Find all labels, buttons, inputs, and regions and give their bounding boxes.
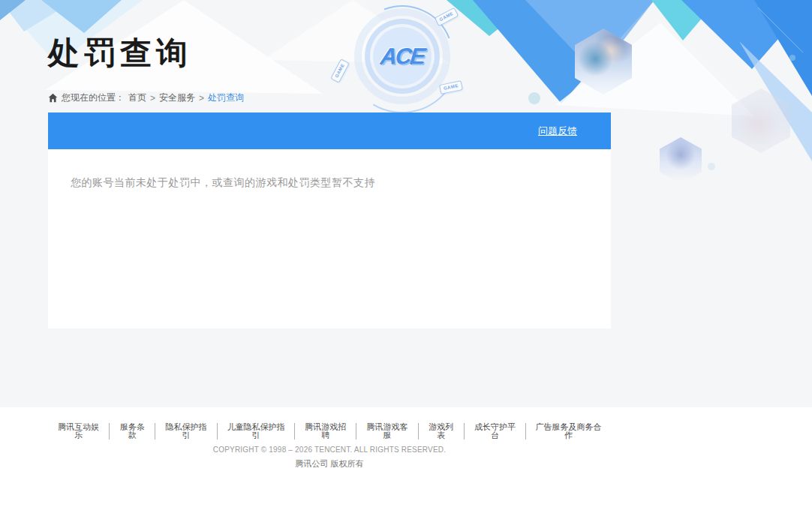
breadcrumb: 您现在的位置： 首页 > 安全服务 > 处罚查询 bbox=[48, 92, 611, 104]
footer-link[interactable]: 腾讯互动娱乐 bbox=[48, 423, 110, 440]
footer-link[interactable]: 成长守护平台 bbox=[465, 423, 526, 440]
footer-link[interactable]: 腾讯游戏招聘 bbox=[295, 423, 356, 440]
breadcrumb-separator: > bbox=[150, 93, 155, 104]
home-icon bbox=[48, 93, 58, 103]
company-text: 腾讯公司 版权所有 bbox=[48, 458, 611, 470]
footer-link[interactable]: 服务条款 bbox=[110, 423, 155, 440]
query-result-card: 问题反馈 您的账号当前未处于处罚中，或查询的游戏和处罚类型暂不支持 bbox=[48, 112, 611, 328]
footer-link[interactable]: 隐私保护指引 bbox=[155, 423, 217, 440]
copyright-text: COPYRIGHT © 1998 – 2026 TENCENT. ALL RIG… bbox=[48, 446, 611, 454]
breadcrumb-item-current[interactable]: 处罚查询 bbox=[208, 92, 244, 104]
breadcrumb-separator: > bbox=[199, 93, 204, 104]
footer-link[interactable]: 儿童隐私保护指引 bbox=[218, 423, 295, 440]
card-header-bar: 问题反馈 bbox=[48, 112, 611, 149]
hero-section: ACE GAME GAME GAME 处罚查询 您现在的位置： 首页 > 安全服… bbox=[0, 0, 812, 407]
footer-link[interactable]: 腾讯游戏客服 bbox=[356, 423, 418, 440]
breadcrumb-item-security-services[interactable]: 安全服务 bbox=[159, 92, 195, 104]
page-footer: 腾讯互动娱乐 服务条款 隐私保护指引 儿童隐私保护指引 腾讯游戏招聘 腾讯游戏客… bbox=[48, 407, 611, 470]
breadcrumb-prefix: 您现在的位置： bbox=[62, 92, 125, 104]
footer-link[interactable]: 广告服务及商务合作 bbox=[526, 423, 611, 440]
page-title: 处罚查询 bbox=[48, 36, 611, 70]
breadcrumb-item-home[interactable]: 首页 bbox=[128, 92, 146, 104]
result-message: 您的账号当前未处于处罚中，或查询的游戏和处罚类型暂不支持 bbox=[71, 176, 588, 190]
footer-links: 腾讯互动娱乐 服务条款 隐私保护指引 儿童隐私保护指引 腾讯游戏招聘 腾讯游戏客… bbox=[48, 423, 611, 440]
footer-link[interactable]: 游戏列表 bbox=[419, 423, 465, 440]
card-body: 您的账号当前未处于处罚中，或查询的游戏和处罚类型暂不支持 bbox=[48, 149, 611, 328]
feedback-link[interactable]: 问题反馈 bbox=[538, 124, 577, 138]
